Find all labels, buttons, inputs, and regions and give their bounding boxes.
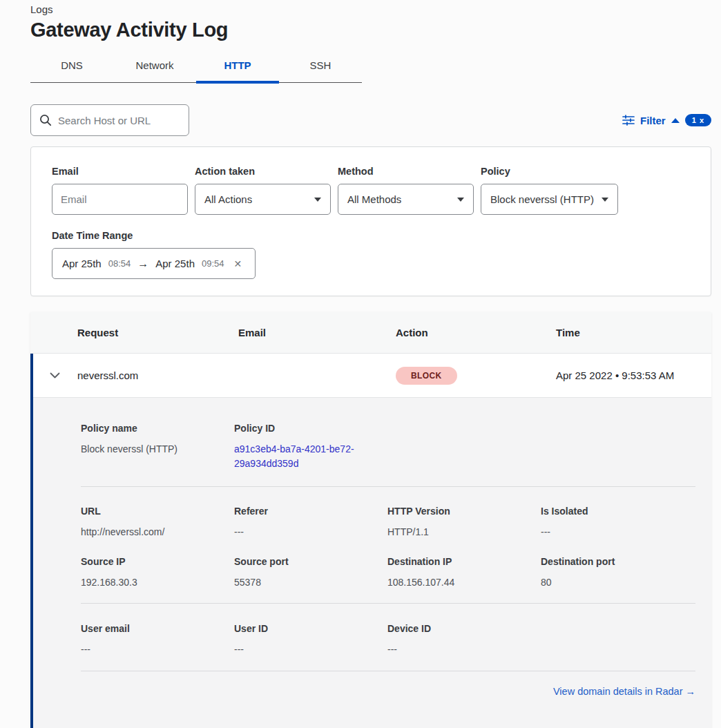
divider [81,486,695,487]
source-ip-value: 192.168.30.3 [81,575,234,590]
search-input[interactable] [58,115,180,126]
destination-port-label: Destination port [541,556,695,567]
divider [81,603,695,604]
table-row[interactable]: neverssl.com BLOCK Apr 25 2022 • 9:53:53… [33,354,711,397]
clear-date-range-icon[interactable]: ✕ [234,258,242,269]
policy-name-detail-label: Policy name [81,423,234,434]
method-select[interactable]: All Methods [338,184,474,215]
radar-details-link[interactable]: View domain details in Radar → [553,686,695,697]
user-id-label: User ID [234,623,387,634]
destination-ip-label: Destination IP [387,556,541,567]
email-filter-field: Email [52,166,188,215]
end-time: 09:54 [202,258,224,269]
url-value: http://neverssl.com/ [81,525,234,539]
destination-port-detail: Destination port 80 [541,556,695,590]
device-id-value: --- [387,642,541,657]
policy-select[interactable]: Block neverssl (HTTP) [481,184,618,215]
referer-label: Referer [234,506,387,517]
policy-value: Block neverssl (HTTP) [490,193,594,205]
email-filter-input[interactable] [52,184,188,215]
email-filter-label: Email [52,166,188,177]
destination-port-value: 80 [541,575,695,590]
date-range-picker[interactable]: Apr 25th 08:54 → Apr 25th 09:54 ✕ [52,248,256,279]
filter-label: Filter [640,115,666,126]
http-version-label: HTTP Version [387,506,541,517]
filter-toggle[interactable]: Filter 1 x [622,114,711,126]
http-version-value: HTTP/1.1 [387,525,541,539]
row-time: Apr 25 2022 • 9:53:53 AM [556,370,711,381]
filter-icon [622,115,635,126]
breadcrumb[interactable]: Logs [30,0,711,15]
page-title: Gateway Activity Log [30,19,711,41]
source-port-label: Source port [234,556,387,567]
chevron-down-icon [457,198,464,202]
tab-http[interactable]: HTTP [196,52,279,82]
is-isolated-value: --- [541,525,695,539]
chevron-down-icon [602,198,608,202]
tab-bar: DNS Network HTTP SSH [30,52,362,83]
caret-up-icon [671,118,680,123]
policy-id-link[interactable]: a91c3eb4-ba7a-4201-be72-29a934dd359d [234,442,367,471]
search-icon [39,114,52,126]
url-label: URL [81,506,234,517]
active-tab-indicator [196,81,279,84]
range-arrow-icon: → [137,258,148,270]
start-date: Apr 25th [62,258,102,269]
user-id-value: --- [234,642,387,657]
user-email-detail: User email --- [81,623,234,657]
tab-ssh[interactable]: SSH [279,52,362,82]
end-date: Apr 25th [155,258,195,269]
method-field: Method All Methods [338,166,474,215]
action-taken-label: Action taken [195,166,331,177]
column-header-action: Action [396,327,556,338]
row-action: BLOCK [396,367,556,385]
device-id-detail: Device ID --- [387,623,541,657]
policy-field: Policy Block neverssl (HTTP) [481,166,618,215]
policy-id-detail-label: Policy ID [234,423,387,434]
filter-panel: Email Action taken All Actions Method Al… [30,146,711,296]
expanded-log-entry: neverssl.com BLOCK Apr 25 2022 • 9:53:53… [30,354,711,728]
filter-count-badge[interactable]: 1 x [685,114,711,126]
user-id-detail: User ID --- [234,623,387,657]
column-header-request: Request [77,327,238,338]
source-port-value: 55378 [234,575,387,590]
search-box[interactable] [30,104,189,136]
url-detail: URL http://neverssl.com/ [81,506,234,539]
collapse-chevron-icon[interactable] [33,372,77,379]
column-header-time: Time [556,327,711,338]
action-taken-field: Action taken All Actions [195,166,331,215]
is-isolated-label: Is Isolated [541,506,695,517]
chevron-down-icon [314,198,321,202]
is-isolated-detail: Is Isolated --- [541,506,695,539]
policy-id-detail: Policy ID a91c3eb4-ba7a-4201-be72-29a934… [234,423,387,471]
method-label: Method [338,166,474,177]
policy-name-detail: Policy name Block neverssl (HTTP) [81,423,234,471]
user-email-label: User email [81,623,234,634]
method-value: All Methods [347,193,401,205]
policy-label: Policy [481,166,618,177]
tab-network[interactable]: Network [113,52,196,82]
destination-ip-detail: Destination IP 108.156.107.44 [387,556,541,590]
user-email-value: --- [81,642,234,657]
tab-dns[interactable]: DNS [30,52,113,82]
main-content: Logs Gateway Activity Log DNS Network HT… [30,0,711,728]
http-version-detail: HTTP Version HTTP/1.1 [387,506,541,539]
search-filter-row: Filter 1 x [30,104,711,136]
divider [81,671,695,671]
referer-detail: Referer --- [234,506,387,539]
source-port-detail: Source port 55378 [234,556,387,590]
status-badge: BLOCK [396,367,457,385]
action-taken-select[interactable]: All Actions [195,184,331,215]
table-header: Request Email Action Time [30,312,711,354]
source-ip-label: Source IP [81,556,234,567]
device-id-label: Device ID [387,623,541,634]
row-request: neverssl.com [77,370,238,381]
destination-ip-value: 108.156.107.44 [387,575,541,590]
log-table: Request Email Action Time neverssl.com B… [30,312,711,728]
referer-value: --- [234,525,387,539]
policy-name-detail-value: Block neverssl (HTTP) [81,442,234,457]
log-details-panel: Policy name Block neverssl (HTTP) Policy… [33,397,711,728]
column-header-email: Email [238,327,396,338]
start-time: 08:54 [108,258,131,269]
action-taken-value: All Actions [204,193,252,205]
